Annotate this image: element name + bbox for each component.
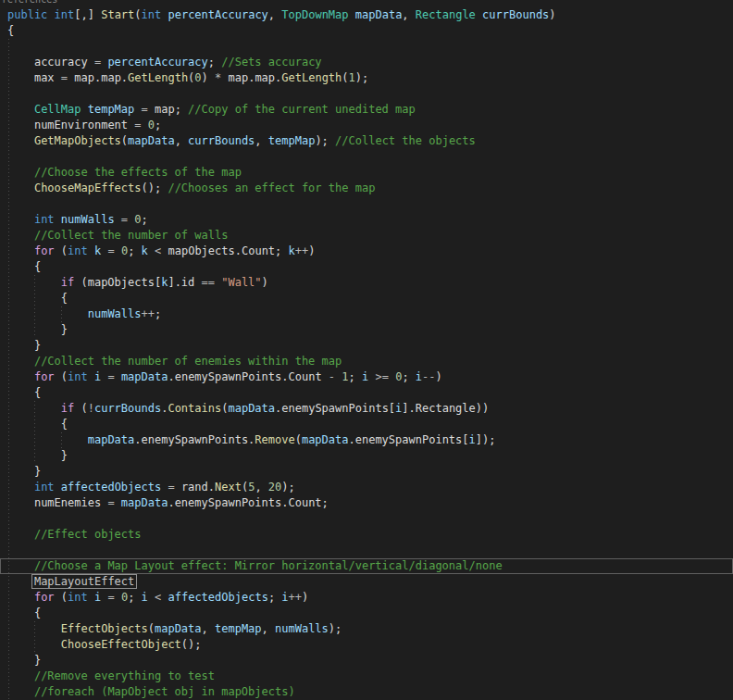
code-indent: [7, 449, 61, 462]
code-token: Next: [215, 481, 242, 494]
code-line[interactable]: //foreach (MapObject obj in mapObjects): [7, 684, 733, 700]
code-token: ;: [128, 244, 141, 257]
code-token: <: [148, 591, 168, 604]
code-line[interactable]: {: [7, 291, 733, 306]
code-line[interactable]: }: [7, 338, 733, 354]
code-token: int: [34, 481, 55, 494]
code-token: =: [115, 213, 135, 226]
code-line[interactable]: for (int i = mapData.enemySpawnPoints.Co…: [7, 369, 733, 385]
code-line[interactable]: CellMap tempMap = map; //Copy of the cur…: [7, 102, 733, 118]
code-token: =: [88, 56, 108, 69]
code-token: for: [34, 591, 55, 604]
code-line[interactable]: max = map.map.GetLength(0) * map.map.Get…: [7, 70, 733, 86]
code-line[interactable]: {: [7, 385, 733, 401]
code-line[interactable]: ChooseMapEffects(); //Chooses an effect …: [7, 181, 733, 196]
code-token: currBounds: [94, 402, 161, 415]
code-line[interactable]: int affectedObjects = rand.Next(5, 20);: [7, 480, 733, 495]
code-line[interactable]: ChooseEffectObject();: [7, 637, 733, 653]
code-line[interactable]: {: [7, 23, 733, 39]
code-token: GetLength: [281, 71, 342, 84]
code-line[interactable]: //Remove everything to test: [7, 669, 733, 684]
code-line[interactable]: public int[,] Start(int percentAccuracy,…: [7, 7, 733, 23]
code-line[interactable]: for (int k = 0; k < mapObjects.Count; k+…: [7, 244, 733, 259]
code-token: -: [329, 370, 342, 383]
code-token: =: [101, 591, 121, 604]
code-line[interactable]: {: [7, 417, 733, 432]
code-line[interactable]: [7, 196, 733, 212]
code-line-current[interactable]: //Choose a Map Layout effect: Mirror hor…: [7, 558, 733, 574]
code-comment-token: //Collect the number of enemies within t…: [34, 355, 342, 368]
code-line[interactable]: }: [7, 322, 733, 338]
code-token: .enemySpawnPoints.Count;: [168, 496, 328, 509]
code-line[interactable]: [7, 39, 733, 55]
code-comment-token: //Copy of the current unedited map: [188, 103, 416, 116]
code-line[interactable]: //Choose the effects of the map: [7, 165, 733, 181]
code-line[interactable]: int numWalls = 0;: [7, 212, 733, 228]
code-token: ,: [402, 8, 415, 21]
code-indent: [7, 528, 34, 541]
code-line[interactable]: if (mapObjects[k].id == "Wall"): [7, 275, 733, 291]
code-token: map.map.: [221, 71, 281, 84]
code-token: ;: [208, 56, 221, 69]
code-token: numWalls: [88, 307, 142, 320]
code-comment-token: //Sets accuracy: [221, 56, 321, 69]
code-token: Contains: [168, 402, 221, 415]
code-line[interactable]: [7, 86, 733, 102]
code-token: ): [202, 71, 215, 84]
code-line[interactable]: numEnvironment = 0;: [7, 118, 733, 133]
code-token: numEnvironment: [34, 119, 128, 131]
code-comment-token: //Effect objects: [34, 528, 142, 541]
code-token: [55, 481, 61, 494]
code-token: ): [436, 370, 442, 383]
code-token: =: [134, 103, 155, 116]
code-token: ,: [262, 622, 275, 635]
code-line[interactable]: }: [7, 653, 733, 669]
code-token: accuracy: [34, 56, 88, 69]
code-line[interactable]: }: [7, 448, 733, 464]
code-token: (: [134, 8, 141, 21]
code-token: !: [88, 402, 94, 415]
code-line[interactable]: numEnemies = mapData.enemySpawnPoints.Co…: [7, 495, 733, 511]
code-line[interactable]: //Collect the number of enemies within t…: [7, 354, 733, 369]
code-line[interactable]: [7, 149, 733, 165]
code-line[interactable]: for (int i = 0; i < affectedObjects; i++…: [7, 590, 733, 606]
code-token: (: [55, 591, 68, 604]
code-token: ]);: [476, 433, 496, 446]
code-line[interactable]: GetMapObjects(mapData, currBounds, tempM…: [7, 133, 733, 149]
code-indent: [7, 481, 34, 494]
code-token: >=: [368, 370, 395, 383]
code-line[interactable]: mapData.enemySpawnPoints.Remove(mapData.…: [7, 432, 733, 448]
code-token: (: [74, 402, 87, 415]
code-line[interactable]: {: [7, 606, 733, 621]
code-token: Remove: [255, 433, 294, 446]
code-line[interactable]: MapLayoutEffect: [7, 574, 733, 590]
code-token: ;: [349, 370, 362, 383]
code-line[interactable]: //Collect the number of walls: [7, 228, 733, 244]
code-token: if: [61, 276, 74, 289]
code-line[interactable]: EffectObjects(mapData, tempMap, numWalls…: [7, 621, 733, 637]
code-line[interactable]: }: [7, 464, 733, 480]
code-line[interactable]: [7, 511, 733, 527]
code-token: CellMap: [34, 103, 81, 116]
code-token: {: [34, 386, 41, 399]
code-editor[interactable]: references public int[,] Start(int perce…: [0, 0, 733, 700]
code-line[interactable]: numWalls++;: [7, 306, 733, 322]
boxed-word-maplayouteffect[interactable]: MapLayoutEffect: [31, 574, 137, 589]
code-line[interactable]: [7, 543, 733, 558]
code-indent: [7, 292, 61, 305]
code-token: GetLength: [128, 71, 188, 84]
codelens-references-link[interactable]: references: [2, 0, 57, 5]
code-token: int: [142, 8, 162, 21]
code-token: mapData: [88, 433, 135, 446]
code-indent: [7, 260, 34, 273]
code-line[interactable]: if (!currBounds.Contains(mapData.enemySp…: [7, 401, 733, 417]
code-line[interactable]: //Effect objects: [7, 527, 733, 543]
code-token: k: [142, 244, 148, 257]
code-token: [476, 8, 482, 21]
code-token: Start: [101, 8, 134, 21]
code-token: i: [142, 591, 148, 604]
code-token: k: [289, 244, 295, 257]
code-token: Rectangle: [416, 8, 476, 21]
code-line[interactable]: {: [7, 259, 733, 275]
code-line[interactable]: accuracy = percentAccuracy; //Sets accur…: [7, 55, 733, 70]
